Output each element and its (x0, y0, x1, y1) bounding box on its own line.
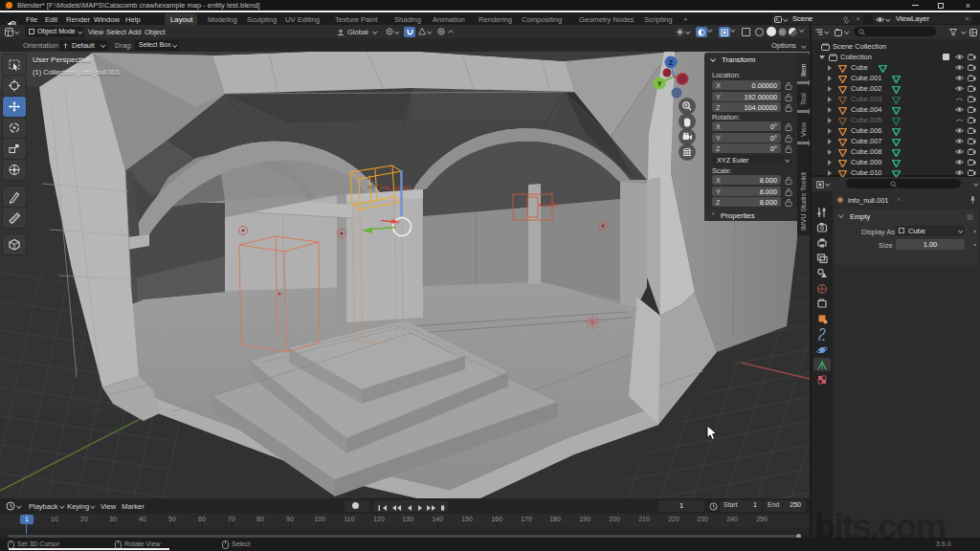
svg-text:info_005: info_005 (539, 202, 557, 208)
svg-text:Y: Y (657, 80, 662, 87)
svg-text:Z: Z (669, 59, 674, 66)
svg-text:info_null.001: info_null.001 (381, 185, 411, 190)
